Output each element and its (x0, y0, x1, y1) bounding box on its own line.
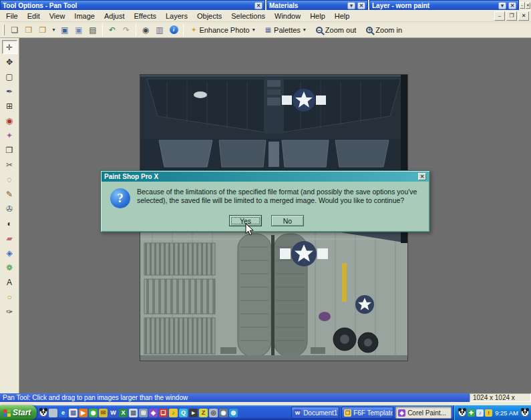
web-browser-alt-icon[interactable]: ◍ (229, 409, 238, 417)
red-eye-tool[interactable]: ◉ (2, 114, 17, 128)
crop-tool[interactable]: ⊞ (2, 99, 17, 113)
zoom-in-button[interactable]: + Zoom in (361, 24, 407, 36)
word-icon[interactable]: W (109, 409, 118, 417)
restore-icon[interactable]: ❐ (506, 11, 517, 21)
antivirus-tray-icon[interactable]: ✚ (468, 409, 475, 417)
redo-icon[interactable]: ↷ (120, 23, 133, 37)
dialog-titlebar[interactable]: Paint Shop Pro X ✕ (102, 172, 429, 182)
new-file-icon[interactable]: ❏ (8, 23, 21, 37)
music-player-icon[interactable]: ♪ (169, 409, 178, 417)
photo-album-icon[interactable]: ❏ (159, 409, 168, 417)
menu-help[interactable]: Help (305, 11, 330, 21)
move-tool[interactable]: ✥ (2, 55, 17, 69)
titlebar-layer-palette[interactable]: Layer - worn paint ▾ ✕ (369, 0, 519, 10)
paint-brush-tool[interactable]: ✎ (2, 187, 17, 201)
excel-icon[interactable]: X (119, 409, 128, 417)
titlebar-tool-options[interactable]: Tool Options - Pan Tool ✕ (0, 0, 265, 10)
pen-tool[interactable]: ✑ (2, 304, 17, 319)
menu-effects[interactable]: Effects (130, 11, 161, 21)
task-document1[interactable]: WDocument1 - ... (291, 407, 339, 419)
pan-tool[interactable]: ✛ (2, 40, 17, 54)
menu-file[interactable]: File (1, 11, 23, 21)
screen-capture-icon[interactable]: ◉ (139, 23, 152, 37)
open-file-icon[interactable]: ❒ (22, 23, 35, 37)
panda-tray-icon[interactable] (458, 409, 466, 417)
minimize-icon[interactable]: – (494, 11, 505, 21)
media-player-icon[interactable]: ▶ (79, 409, 87, 417)
winzip-icon[interactable]: Z (199, 409, 208, 417)
help-info-button[interactable]: i (167, 23, 180, 37)
menu-help-2[interactable]: Help (330, 11, 355, 21)
task-corel-paint[interactable]: ◆Corel Paint... (395, 407, 452, 419)
msn-messenger-icon[interactable]: ◉ (89, 409, 98, 417)
makeover-tool[interactable]: ✦ (2, 128, 17, 142)
rollup-icon[interactable]: ▾ (347, 2, 355, 9)
save-as-icon[interactable]: ▣ (72, 23, 85, 37)
close-icon[interactable]: ✕ (254, 2, 262, 9)
tools-toolbar: ✛✥▢✒⊞◉✦❐✂◌✎✇◐▰◈❁A○✑ (0, 38, 19, 393)
rollup-icon[interactable]: ▾ (498, 2, 506, 9)
calculator-icon[interactable]: ⊞ (139, 409, 148, 417)
undo-icon[interactable]: ↶ (106, 23, 119, 37)
lighten-darken-tool[interactable]: ◐ (2, 216, 17, 230)
menu-view[interactable]: View (45, 11, 70, 21)
internet-explorer-icon[interactable]: e (59, 409, 67, 417)
panda-mascot-icon[interactable] (521, 409, 529, 417)
menu-adjust[interactable]: Adjust (100, 11, 130, 21)
notepad-icon[interactable]: ▤ (129, 409, 138, 417)
print-icon[interactable]: ▤ (86, 23, 100, 37)
save-icon[interactable]: ▣ (58, 23, 71, 37)
app-gray-icon[interactable] (49, 409, 57, 417)
toolbar-separator (136, 24, 136, 36)
panda-app-icon[interactable] (39, 409, 47, 417)
minimize-icon[interactable]: – (520, 2, 525, 9)
outlook-mail-icon[interactable]: ✉ (99, 409, 108, 417)
close-icon[interactable]: ✕ (357, 2, 365, 9)
close-icon[interactable]: ✕ (526, 2, 531, 9)
preset-shape-tool[interactable]: ○ (2, 290, 17, 304)
text-tool[interactable]: A (2, 275, 17, 289)
scratch-remover-tool[interactable]: ✂ (2, 158, 17, 172)
start-button[interactable]: Start (0, 405, 37, 420)
cd-burner-icon[interactable]: ◎ (209, 409, 218, 417)
menu-layers[interactable]: Layers (161, 11, 192, 21)
toolbar-grip[interactable] (3, 25, 5, 35)
task-f6f-template[interactable]: ❒F6F Template (341, 407, 393, 419)
object-remover-tool[interactable]: ◌ (2, 172, 17, 186)
paint-shop-pro-icon[interactable]: ◆ (149, 409, 158, 417)
toolbar-icons: ❏❒❒▾▣▣▤↶↷◉▥i (8, 23, 186, 37)
scan-import-icon[interactable]: ▥ (153, 23, 166, 37)
updates-tray-icon[interactable]: ! (485, 409, 492, 417)
zoom-out-button[interactable]: – Zoom out (311, 24, 361, 36)
volume-tray-icon[interactable]: ♪ (476, 409, 484, 417)
camera-app-icon[interactable]: ◉ (219, 409, 228, 417)
browse-files-icon[interactable]: ❒ (36, 23, 49, 37)
selection-tool[interactable]: ▢ (2, 69, 17, 83)
close-icon[interactable]: ✕ (518, 11, 529, 21)
close-icon[interactable]: ✕ (508, 2, 516, 9)
palettes-button[interactable]: ▦ Palettes ▾ (260, 24, 311, 36)
show-desktop-icon[interactable]: ▤ (69, 409, 77, 417)
dropper-tool[interactable]: ✒ (2, 84, 17, 98)
menu-image[interactable]: Image (69, 11, 100, 21)
titlebar-materials-palette[interactable]: Materials ▾ ✕ (267, 0, 368, 10)
enhance-photo-button[interactable]: ✦ Enhance Photo ▾ (186, 24, 260, 36)
menu-window[interactable]: Window (270, 11, 305, 21)
menu-objects[interactable]: Objects (192, 11, 226, 21)
clock[interactable]: 9:25 AM (494, 409, 520, 417)
flood-fill-tool[interactable]: ◈ (2, 246, 17, 260)
airbrush-tool[interactable]: ✇ (2, 202, 17, 216)
close-icon[interactable]: ✕ (418, 173, 426, 180)
no-button[interactable]: No (271, 215, 304, 226)
eraser-tool[interactable]: ▰ (2, 231, 17, 245)
enhance-photo-label: Enhance Photo (199, 26, 249, 34)
picture-tube-tool[interactable]: ❁ (2, 260, 17, 274)
quicktime-icon[interactable]: Q (179, 409, 188, 417)
clone-brush-tool[interactable]: ❐ (2, 143, 17, 157)
open-recent-dropdown-icon[interactable]: ▾ (50, 23, 57, 37)
zoom-in-label: Zoom in (375, 26, 402, 34)
menu-edit[interactable]: Edit (23, 11, 45, 21)
layer-palette-title: Layer - worn paint (372, 1, 496, 10)
menu-selections[interactable]: Selections (226, 11, 270, 21)
real-player-icon[interactable]: ▸ (189, 409, 198, 417)
